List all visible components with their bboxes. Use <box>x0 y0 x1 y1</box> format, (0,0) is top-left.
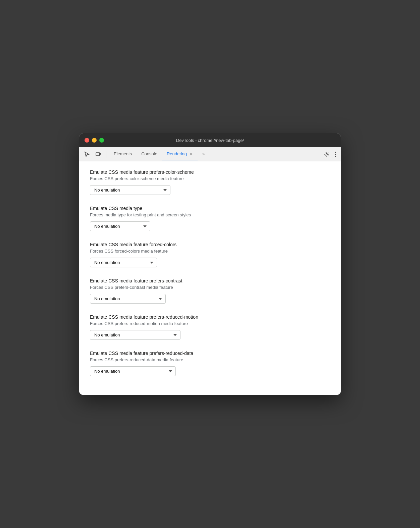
select-prefers-reduced-motion[interactable]: No emulation prefers-reduced-motion: red… <box>90 330 180 340</box>
setting-title-media-type: Emulate CSS media type <box>90 206 330 211</box>
toolbar: Elements Console Rendering × » <box>79 147 341 161</box>
toolbar-right <box>322 150 338 159</box>
setting-desc-forced-colors: Forces CSS forced-colors media feature <box>90 249 330 254</box>
gear-icon <box>324 152 329 157</box>
device-toolbar-button[interactable] <box>93 149 103 159</box>
tab-console[interactable]: Console <box>137 148 162 160</box>
cursor-icon <box>84 151 90 157</box>
setting-desc-prefers-reduced-motion: Forces CSS prefers-reduced-motion media … <box>90 321 330 326</box>
svg-point-4 <box>335 154 336 155</box>
setting-prefers-reduced-data: Emulate CSS media feature prefers-reduce… <box>90 351 330 376</box>
kebab-icon <box>335 152 336 157</box>
setting-title-prefers-reduced-motion: Emulate CSS media feature prefers-reduce… <box>90 314 330 320</box>
devtools-window: DevTools - chrome://new-tab-page/ Elemen… <box>79 133 341 395</box>
setting-media-type: Emulate CSS media type Forces media type… <box>90 206 330 231</box>
tab-elements[interactable]: Elements <box>109 148 137 160</box>
more-options-button[interactable] <box>333 150 338 159</box>
titlebar: DevTools - chrome://new-tab-page/ <box>79 133 341 147</box>
settings-button[interactable] <box>322 150 331 159</box>
maximize-button[interactable] <box>99 138 104 143</box>
setting-forced-colors: Emulate CSS media feature forced-colors … <box>90 242 330 267</box>
device-icon <box>95 151 101 157</box>
select-prefers-reduced-data[interactable]: No emulation prefers-reduced-data: reduc… <box>90 366 176 376</box>
setting-desc-prefers-color-scheme: Forces CSS prefers-color-scheme media fe… <box>90 176 330 181</box>
rendering-panel-content: Emulate CSS media feature prefers-color-… <box>79 161 341 395</box>
setting-desc-prefers-contrast: Forces CSS prefers-contrast media featur… <box>90 285 330 290</box>
setting-desc-media-type: Forces media type for testing print and … <box>90 212 330 217</box>
svg-rect-0 <box>96 153 100 156</box>
svg-point-3 <box>335 152 336 153</box>
toolbar-tabs: Elements Console Rendering × » <box>109 148 321 160</box>
tab-close-rendering[interactable]: × <box>189 152 193 156</box>
setting-title-prefers-contrast: Emulate CSS media feature prefers-contra… <box>90 278 330 283</box>
setting-prefers-color-scheme: Emulate CSS media feature prefers-color-… <box>90 169 330 195</box>
setting-title-forced-colors: Emulate CSS media feature forced-colors <box>90 242 330 247</box>
setting-title-prefers-reduced-data: Emulate CSS media feature prefers-reduce… <box>90 351 330 356</box>
svg-rect-1 <box>100 153 101 155</box>
select-forced-colors[interactable]: No emulation forced-colors: active force… <box>90 258 157 267</box>
tab-rendering[interactable]: Rendering × <box>162 148 198 160</box>
svg-point-5 <box>335 156 336 157</box>
select-media-type[interactable]: No emulation print screen <box>90 221 150 231</box>
setting-prefers-reduced-motion: Emulate CSS media feature prefers-reduce… <box>90 314 330 340</box>
setting-prefers-contrast: Emulate CSS media feature prefers-contra… <box>90 278 330 304</box>
setting-title-prefers-color-scheme: Emulate CSS media feature prefers-color-… <box>90 169 330 175</box>
select-prefers-contrast[interactable]: No emulation prefers-contrast: more pref… <box>90 294 166 304</box>
inspect-element-button[interactable] <box>82 149 92 159</box>
toolbar-divider <box>106 151 106 158</box>
window-title: DevTools - chrome://new-tab-page/ <box>176 138 244 143</box>
select-prefers-color-scheme[interactable]: No emulation prefers-color-scheme: light… <box>90 185 170 195</box>
svg-point-2 <box>326 153 328 155</box>
close-button[interactable] <box>85 138 89 143</box>
tab-more[interactable]: » <box>198 148 209 160</box>
setting-desc-prefers-reduced-data: Forces CSS prefers-reduced-data media fe… <box>90 357 330 362</box>
minimize-button[interactable] <box>92 138 97 143</box>
traffic-lights <box>85 138 104 143</box>
